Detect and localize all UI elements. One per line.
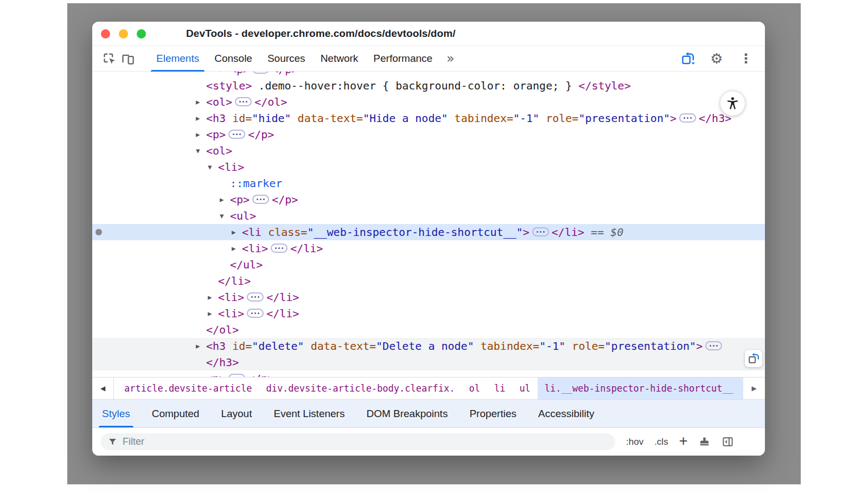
sidebar-tab-dom-breakpoints[interactable]: DOM Breakpoints: [358, 400, 456, 427]
tab-performance[interactable]: Performance: [366, 46, 440, 71]
tab-console[interactable]: Console: [207, 46, 260, 71]
tree-row[interactable]: ▸<p></p>: [92, 72, 765, 78]
new-style-rule-button[interactable]: +: [679, 434, 688, 449]
code-token-val: "presentation": [605, 340, 697, 353]
crumbs-scroll-left-button[interactable]: ◀: [92, 378, 114, 399]
code-token-tag: <ol>: [206, 144, 232, 157]
expand-children-button[interactable]: [532, 227, 549, 236]
expand-children-button[interactable]: [271, 244, 288, 253]
expand-arrow-icon[interactable]: ▸: [232, 240, 236, 257]
tree-row[interactable]: ▾<ul>: [92, 208, 765, 224]
tree-row[interactable]: </ul>: [92, 257, 765, 273]
tab-elements[interactable]: Elements: [149, 46, 207, 71]
tree-row[interactable]: ▾<ol>: [92, 143, 765, 159]
expand-arrow-icon[interactable]: ▸: [196, 126, 200, 143]
code-token-tag: </p>: [248, 128, 274, 141]
expand-children-button[interactable]: [247, 292, 264, 302]
tree-row[interactable]: <style> .demo--hover:hover { background-…: [92, 78, 765, 94]
expand-arrow-icon[interactable]: ▸: [220, 191, 224, 208]
expand-children-button[interactable]: [252, 72, 269, 74]
tree-row[interactable]: ▸<h3 id="hide" data-text="Hide a node" t…: [92, 110, 765, 126]
expand-children-button[interactable]: [679, 113, 696, 123]
zoom-window-button[interactable]: [137, 29, 146, 39]
breadcrumb-item[interactable]: article.devsite-article: [117, 378, 259, 399]
sidebar-tab-properties[interactable]: Properties: [461, 400, 525, 427]
minimize-window-button[interactable]: [119, 29, 128, 39]
expand-children-button[interactable]: [228, 130, 245, 139]
code-token-tag: >: [670, 112, 676, 125]
inspect-element-icon[interactable]: [100, 46, 118, 71]
tree-row[interactable]: ▸<li></li>: [92, 305, 765, 322]
dom-tree[interactable]: ▸<p></p><style> .demo--hover:hover { bac…: [92, 72, 765, 377]
tree-row[interactable]: ::marker: [92, 175, 765, 191]
code-token-tag: <h3: [206, 340, 226, 353]
desktop-background: DevTools - developer.chrome.com/docs/dev…: [0, 0, 868, 499]
close-window-button[interactable]: [101, 29, 110, 39]
expand-arrow-icon[interactable]: ▸: [196, 94, 200, 110]
tree-row[interactable]: ▸<p></p>: [92, 370, 765, 377]
toolbar-right-icons: ⚙ ⋮: [678, 46, 765, 71]
code-token-attr: id=: [226, 112, 252, 125]
more-tabs-icon[interactable]: »: [440, 46, 461, 71]
tree-row[interactable]: ▸<p></p>: [92, 126, 765, 143]
devtools-toolbar: ElementsConsoleSourcesNetworkPerformance…: [92, 46, 765, 72]
expand-arrow-icon[interactable]: ▸: [232, 224, 236, 240]
tab-network[interactable]: Network: [313, 46, 366, 71]
breadcrumb-item[interactable]: ul: [512, 378, 537, 399]
sidebar-tab-computed[interactable]: Computed: [143, 400, 208, 427]
breadcrumb-item[interactable]: ol: [462, 378, 487, 399]
expand-arrow-icon[interactable]: ▸: [196, 110, 200, 126]
tree-row[interactable]: ▸<li></li>: [92, 289, 765, 305]
expand-arrow-icon[interactable]: ▸: [208, 289, 212, 305]
expand-children-button[interactable]: [235, 97, 252, 106]
collapse-arrow-icon[interactable]: ▾: [208, 159, 212, 175]
breadcrumb-item[interactable]: li: [487, 378, 512, 399]
toggle-element-state-button[interactable]: :hov: [626, 437, 643, 447]
crumbs-scroll-right-button[interactable]: ▶: [743, 378, 765, 399]
sidebar-tabs: StylesComputedLayoutEvent ListenersDOM B…: [92, 400, 765, 428]
tree-row[interactable]: </ol>: [92, 322, 765, 338]
expand-arrow-icon[interactable]: ▸: [208, 305, 212, 322]
expand-arrow-icon[interactable]: ▸: [196, 338, 200, 354]
sidebar-tab-styles[interactable]: Styles: [93, 400, 139, 427]
sidebar-tab-layout[interactable]: Layout: [212, 400, 260, 427]
filter-input-wrap[interactable]: [101, 433, 615, 450]
breadcrumb-item[interactable]: div.devsite-article-body.clearfix.: [259, 378, 462, 399]
tree-row[interactable]: </h3>: [92, 354, 765, 370]
sidebar-tab-accessibility[interactable]: Accessibility: [529, 400, 603, 427]
accessibility-button[interactable]: [720, 91, 745, 116]
tree-row[interactable]: ▾<li>: [92, 159, 765, 175]
expand-children-button[interactable]: [705, 341, 722, 350]
code-token-attr: tabindex=: [474, 340, 539, 353]
tree-row[interactable]: ▸<li class="__web-inspector-hide-shortcu…: [92, 224, 765, 240]
styles-filter-input[interactable]: [123, 436, 609, 447]
refresh-icon[interactable]: [678, 51, 697, 67]
tree-row[interactable]: ▸<p></p>: [92, 191, 765, 208]
tree-row[interactable]: </li>: [92, 273, 765, 289]
settings-gear-icon[interactable]: ⚙: [707, 52, 726, 66]
device-toolbar-icon[interactable]: [118, 46, 137, 71]
code-token-val: "Delete a node": [376, 340, 474, 353]
stamp-icon[interactable]: [698, 436, 711, 448]
code-token-tag: </ol>: [254, 95, 287, 108]
tab-sources[interactable]: Sources: [260, 46, 313, 71]
tree-row[interactable]: ▸<li></li>: [92, 240, 765, 257]
expand-arrow-icon[interactable]: ▸: [196, 370, 200, 377]
code-token-attr: role=: [565, 340, 604, 353]
tree-row[interactable]: ▸<ol></ol>: [92, 94, 765, 110]
inspect-badge-button[interactable]: [745, 350, 762, 367]
code-token-eq: ==: [584, 226, 610, 239]
kebab-menu-icon[interactable]: ⋮: [737, 52, 755, 65]
code-token-tag: <style>: [206, 79, 252, 92]
tree-row[interactable]: ▸<h3 id="delete" data-text="Delete a nod…: [92, 338, 765, 354]
collapse-arrow-icon[interactable]: ▾: [196, 143, 200, 159]
expand-children-button[interactable]: [252, 195, 269, 204]
expand-arrow-icon[interactable]: ▸: [220, 72, 224, 78]
breadcrumb: ◀ article.devsite-articlediv.devsite-art…: [92, 377, 765, 400]
collapse-arrow-icon[interactable]: ▾: [220, 208, 224, 224]
expand-children-button[interactable]: [247, 309, 264, 318]
element-classes-button[interactable]: .cls: [654, 437, 668, 447]
sidebar-tab-event-listeners[interactable]: Event Listeners: [265, 400, 353, 427]
toggle-sidebar-icon[interactable]: [722, 436, 734, 448]
breadcrumb-item[interactable]: li.__web-inspector-hide-shortcut__: [538, 378, 743, 399]
